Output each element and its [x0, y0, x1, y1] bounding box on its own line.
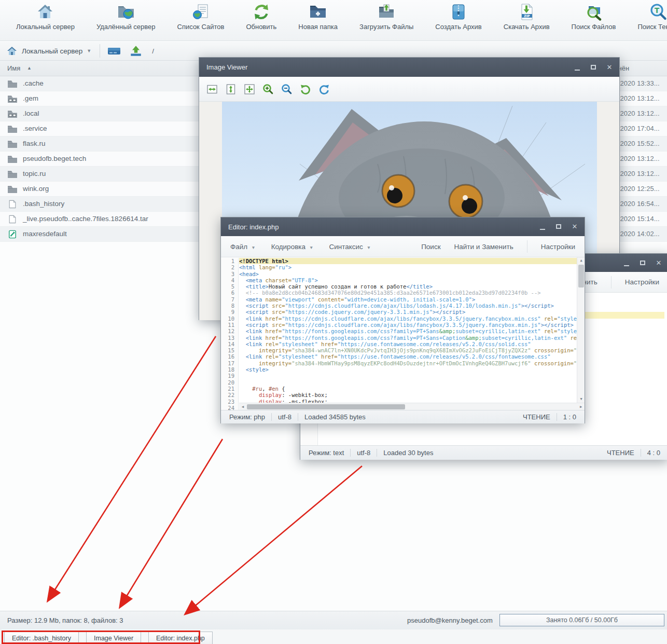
image-viewer-titlebar[interactable]: Image Viewer ✕: [199, 58, 619, 77]
close-button[interactable]: ✕: [655, 259, 662, 267]
main-toolbar: Локальный серверУдалённый серверСписок С…: [0, 0, 667, 41]
toolbar-button-label: Поиск Текста: [637, 23, 667, 31]
toolbar-button-new-folder[interactable]: Новая папка: [287, 3, 349, 31]
menu-right-group: ПоискНайти и ЗаменитьНастройки: [421, 240, 585, 253]
code-line: <meta charset="UTF-8">: [239, 277, 577, 283]
menu-item-Кодировка[interactable]: Кодировка▼: [271, 243, 314, 251]
rotate-left-icon[interactable]: [300, 84, 311, 95]
toolbar-button-label: Удалённый сервер: [96, 23, 156, 31]
text-search-icon: T: [649, 3, 667, 21]
column-header-name[interactable]: Имя: [7, 64, 20, 72]
file-name: flask.ru: [23, 140, 46, 147]
image-file-icon: [7, 230, 18, 239]
status-divider: [641, 449, 641, 457]
file-name: pseudofb.beget.tech: [23, 155, 86, 162]
editor-php-titlebar[interactable]: Editor: index.php ✕: [221, 217, 585, 236]
menu-item-label: Файл: [230, 243, 247, 251]
code-lines: <!DOCTYPE html><html lang="ru"><head> <m…: [239, 258, 577, 410]
code-line: <link rel="stylesheet" href="https://use…: [239, 341, 577, 347]
taskbar-tab[interactable]: Editor: index.php: [148, 632, 213, 644]
toolbar-button-upload-files[interactable]: Загрузить Файлы: [349, 3, 424, 31]
toolbar-button-label: Обновить: [246, 23, 276, 31]
file-modified-date: .2020 13:12...: [618, 109, 660, 117]
minimize-button[interactable]: [574, 64, 581, 71]
home-small-icon: [6, 46, 18, 56]
window-taskbar: Editor: .bash_historyImage ViewerEditor:…: [0, 629, 667, 644]
scrollbar-thumb[interactable]: [578, 265, 584, 287]
toolbar-button-text-search[interactable]: TПоиск Текста: [627, 3, 667, 31]
file-modified-date: .2020 13:12...: [618, 94, 660, 102]
code-editor-area[interactable]: 123456789101112131415161718192021222324 …: [221, 257, 585, 410]
toolbar-button-create-archive[interactable]: Создать Архив: [424, 3, 492, 31]
toolbar-button-label: Локальный сервер: [16, 23, 75, 31]
toolbar-button-download-archive[interactable]: ZIPСкачать Архив: [493, 3, 561, 31]
zoom-in-icon[interactable]: [262, 84, 274, 95]
status-divider: [298, 413, 298, 421]
code-line: <meta name="viewport" content="width=dev…: [239, 296, 577, 303]
file-modified-date: .2020 13:33...: [618, 79, 660, 87]
close-button[interactable]: ✕: [571, 223, 578, 230]
status-segment: Loaded 30 bytes: [383, 449, 433, 457]
minimize-button[interactable]: [539, 223, 546, 230]
scroll-up-icon[interactable]: ▲: [577, 257, 585, 264]
code-line: <head>: [239, 271, 577, 277]
file-icon: [7, 200, 18, 209]
minimize-button[interactable]: [623, 259, 630, 267]
horizontal-scrollbar[interactable]: ◀ ▶: [239, 403, 585, 410]
taskbar-tab[interactable]: Editor: .bash_history: [4, 632, 79, 644]
maximize-button[interactable]: [639, 259, 646, 267]
status-segment: 4 : 0: [647, 449, 660, 457]
editor-index-php-window: Editor: index.php ✕ Файл▼Кодировка▼Синта…: [220, 217, 585, 423]
status-segment: 1 : 0: [563, 413, 576, 421]
file-name: .cache: [23, 79, 44, 87]
chevron-down-icon[interactable]: ▼: [87, 48, 91, 53]
menu-item-Файл[interactable]: Файл▼: [230, 243, 256, 251]
code-line: integrity="sha384-wnAC7ln+XN0UKdcPvJvtqI…: [239, 347, 577, 353]
taskbar-tab[interactable]: Image Viewer: [86, 632, 141, 644]
fit-width-icon[interactable]: [206, 84, 218, 95]
hdd-icon[interactable]: [107, 45, 121, 57]
scroll-left-icon[interactable]: ◀: [239, 403, 246, 410]
rotate-right-icon[interactable]: [318, 84, 330, 95]
window-title: Image Viewer: [206, 63, 247, 71]
menu-divider: [611, 276, 612, 289]
status-segment: utf-8: [357, 449, 370, 457]
menu-left-group: Файл▼Кодировка▼Синтаксис▼: [221, 243, 371, 251]
toolbar-button-file-search[interactable]: Поиск Файлов: [561, 3, 627, 31]
folder-icon: [7, 155, 18, 163]
code-line: <link rel="stylesheet" href="https://use…: [239, 353, 577, 360]
file-search-icon: [585, 3, 603, 21]
toolbar-divider: [100, 44, 100, 58]
toolbar-button-site-list[interactable]: Список Сайтов: [166, 3, 235, 31]
server-selector[interactable]: Локальный сервер: [22, 47, 82, 55]
folder-icon: [7, 185, 18, 194]
chevron-down-icon: ▼: [309, 245, 313, 250]
up-directory-icon[interactable]: [129, 45, 143, 57]
fit-best-icon[interactable]: [244, 84, 255, 95]
maximize-button[interactable]: [555, 223, 562, 230]
code-line: [239, 373, 577, 379]
menu-item-Найти и Заменить[interactable]: Найти и Заменить: [454, 243, 513, 251]
scroll-down-icon[interactable]: ▼: [577, 396, 585, 403]
fit-height-icon[interactable]: [225, 84, 237, 95]
menu-item-Настройки[interactable]: Настройки: [625, 278, 659, 286]
menu-item-Синтаксис[interactable]: Синтаксис▼: [329, 243, 371, 251]
close-button[interactable]: ✕: [606, 64, 613, 71]
code-line: <script src="https://cdnjs.cloudflare.co…: [239, 303, 577, 309]
zoom-out-icon[interactable]: [281, 84, 293, 95]
toolbar-button-remote-server[interactable]: Удалённый сервер: [86, 3, 166, 31]
file-name: topic.ru: [23, 170, 46, 177]
menu-item-Поиск[interactable]: Поиск: [421, 243, 440, 251]
folder-icon: [7, 79, 18, 88]
code-line: <link href="https://cdnjs.cloudflare.com…: [239, 316, 577, 322]
code-line: <!DOCTYPE html>: [239, 258, 577, 264]
vertical-scrollbar[interactable]: ▲ ▼: [577, 257, 585, 403]
toolbar-button-refresh[interactable]: Обновить: [235, 3, 287, 31]
menu-item-Настройки[interactable]: Настройки: [541, 243, 575, 251]
scroll-right-icon[interactable]: ▶: [577, 403, 585, 410]
maximize-button[interactable]: [590, 64, 597, 71]
scrollbar-thumb[interactable]: [247, 404, 405, 409]
toolbar-button-local-server[interactable]: Локальный сервер: [5, 3, 86, 31]
upload-files-icon: [378, 3, 395, 21]
status-segment: utf-8: [278, 413, 291, 421]
